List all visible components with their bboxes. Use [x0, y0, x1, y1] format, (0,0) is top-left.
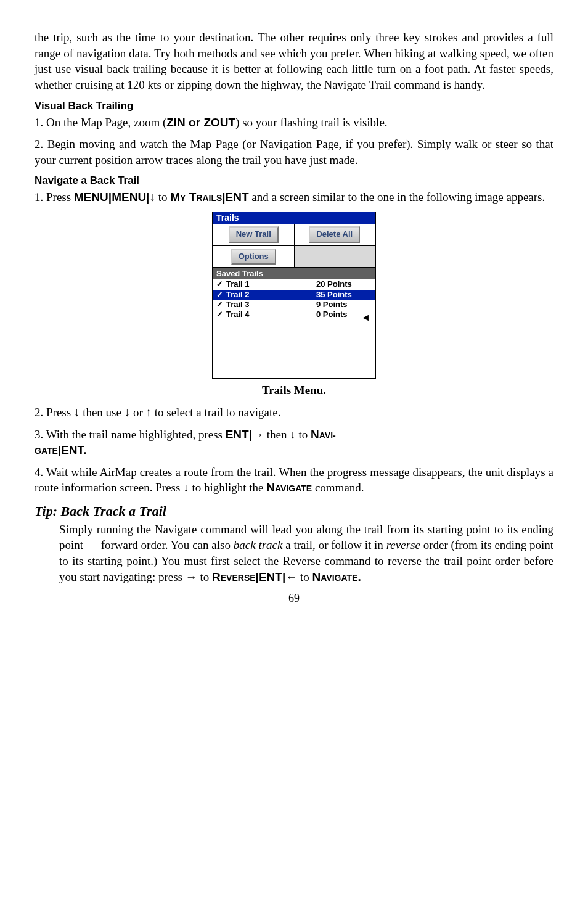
heading-navigate-back-trail: Navigate a Back Trail: [35, 174, 553, 188]
tip-heading: Tip: Back Track a Trail: [35, 502, 553, 520]
btn-cell-blank: [295, 246, 376, 268]
to-3: to: [197, 570, 212, 583]
down-arrow-2: ↓: [74, 406, 80, 419]
period-2: .: [357, 570, 361, 583]
navi-rest: AVI-: [319, 430, 336, 440]
trail-row-selected[interactable]: ✓ Trail 2 35 Points: [213, 290, 375, 300]
down-arrow-1: ↓: [149, 191, 155, 204]
vbt-step2: 2. Begin moving and watch the Map Page (…: [35, 136, 553, 168]
menu-key-2: MENU: [112, 191, 146, 204]
navigate-cap: N: [266, 481, 275, 494]
vbt-step1-b: ) so your flashing trail is visible.: [235, 116, 387, 129]
right-arrow-1: →: [252, 428, 264, 441]
trail-points: 35 Points: [316, 290, 372, 299]
zout-key: ZOUT: [203, 116, 235, 129]
cursor-arrow-icon: ◄: [361, 312, 370, 323]
trail-list[interactable]: ✓ Trail 1 20 Points ✓ Trail 2 35 Points …: [213, 279, 375, 378]
reverse-italic: reverse: [386, 538, 420, 551]
or-text: or: [186, 116, 204, 129]
btn-cell-delete: Delete All: [295, 224, 376, 245]
trails-cap: T: [186, 191, 196, 204]
trail-points: 20 Points: [316, 280, 372, 289]
tip-2: a trail, or follow it in: [282, 538, 386, 551]
trails-dialog: Trails New Trail Delete All Options Save…: [212, 212, 376, 379]
my-rest: Y: [180, 193, 186, 203]
figure-caption: Trails Menu.: [35, 382, 553, 398]
trail-row[interactable]: ✓ Trail 1 20 Points: [213, 279, 375, 289]
step3: 3. With the trail name highlighted, pres…: [35, 427, 553, 458]
backtrack-italic: back track: [234, 538, 283, 551]
intro-para: the trip, such as the time to your desti…: [35, 30, 553, 93]
check-icon: ✓: [216, 290, 226, 299]
trail-row[interactable]: ✓ Trail 3 9 Points: [213, 300, 375, 310]
trail-name: Trail 3: [226, 300, 316, 309]
down-arrow-3: ↓: [125, 406, 131, 419]
dialog-titlebar: Trails: [213, 212, 375, 224]
trail-name: Trail 2: [226, 290, 316, 299]
heading-visual-back-trailing: Visual Back Trailing: [35, 99, 553, 113]
check-icon: ✓: [216, 300, 226, 309]
button-row-1: New Trail Delete All: [213, 224, 375, 245]
tip-body: Simply running the Navigate command will…: [59, 522, 553, 585]
navigate-rest: AVIGATE: [275, 483, 312, 493]
new-trail-button[interactable]: New Trail: [229, 226, 279, 242]
step4-b: to highlight the: [189, 481, 267, 494]
right-arrow-2: →: [186, 570, 197, 583]
step2-c: or: [130, 406, 145, 419]
delete-all-button[interactable]: Delete All: [309, 226, 360, 242]
step2-a: 2. Press: [35, 406, 74, 419]
step2-b: then use: [80, 406, 124, 419]
step3-a: 3. With the trail name highlighted, pres…: [35, 428, 226, 441]
ent-key-3: ENT: [61, 443, 83, 456]
navigate-rest-2: AVIGATE: [321, 573, 357, 583]
up-arrow-1: ↑: [146, 406, 152, 419]
to-4: to: [297, 570, 312, 583]
button-row-2: Options: [213, 246, 375, 268]
down-arrow-4: ↓: [290, 428, 296, 441]
check-icon: ✓: [216, 310, 226, 319]
left-arrow-1: ←: [285, 570, 297, 583]
to-1: to: [155, 191, 170, 204]
screenshot-wrapper: Trails New Trail Delete All Options Save…: [35, 212, 553, 379]
ent-key-2: ENT: [226, 428, 249, 441]
reverse-cap: R: [212, 570, 221, 583]
saved-trails-header: Saved Trails: [213, 268, 375, 279]
trail-row[interactable]: ✓ Trail 4 0 Points: [213, 310, 375, 319]
gate-rest: GATE: [35, 446, 58, 456]
step4-c: command.: [312, 481, 364, 494]
then-1: then: [264, 428, 290, 441]
period-1: .: [83, 443, 86, 456]
page-number: 69: [35, 591, 553, 606]
reverse-rest: EVERSE: [221, 573, 256, 583]
nbt-step1-b: and a screen similar to the one in the f…: [249, 191, 545, 204]
step2-d: to select a trail to navigate.: [152, 406, 280, 419]
step2: 2. Press ↓ then use ↓ or ↑ to select a t…: [35, 405, 553, 421]
menu-key-1: MENU: [74, 191, 108, 204]
navi-cap: N: [311, 428, 319, 441]
ent-key-4: ENT: [259, 570, 282, 583]
nbt-step1: 1. Press MENU|MENU|↓ to MY TRAILS|ENT an…: [35, 189, 553, 205]
trail-name: Trail 1: [226, 280, 316, 289]
step4: 4. Wait while AirMap creates a route fro…: [35, 464, 553, 496]
btn-cell-new: New Trail: [213, 224, 295, 245]
zin-key: ZIN: [166, 116, 186, 129]
ent-key-1: ENT: [226, 191, 249, 204]
down-arrow-5: ↓: [183, 481, 189, 494]
navigate-cap-2: N: [312, 570, 321, 583]
btn-cell-options: Options: [213, 246, 295, 268]
trails-rest: RAILS: [196, 193, 222, 203]
options-button[interactable]: Options: [231, 249, 276, 265]
vbt-step1: 1. On the Map Page, zoom (ZIN or ZOUT) s…: [35, 115, 553, 131]
trail-points: 9 Points: [316, 300, 372, 309]
to-2: to: [296, 428, 311, 441]
nbt-step1-a: 1. Press: [35, 191, 74, 204]
my-cap: M: [170, 191, 180, 204]
vbt-step1-a: 1. On the Map Page, zoom (: [35, 116, 166, 129]
check-icon: ✓: [216, 280, 226, 289]
trail-name: Trail 4: [226, 310, 316, 319]
